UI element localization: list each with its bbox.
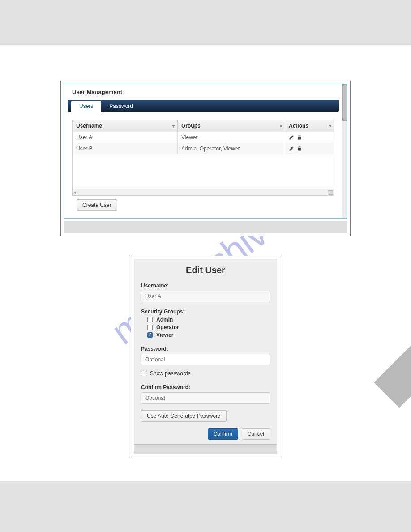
dialog-button-row: Confirm Cancel [141,428,270,440]
screenshot-footer-band [64,221,347,233]
scroll-thumb[interactable] [328,190,333,195]
page-bottom-band [0,481,411,532]
page-top-band [0,0,411,45]
dialog-title: Edit User [141,265,270,275]
confirm-password-field[interactable] [141,392,270,404]
cancel-button[interactable]: Cancel [242,428,270,440]
tab-bar: Users Password [68,100,339,112]
checkbox-viewer[interactable] [147,332,153,338]
col-header-username[interactable]: Username ▾ [73,120,178,132]
page-corner-decoration [374,344,411,408]
grid-empty-area [73,154,334,189]
cell-groups: Admin, Operator, Viewer [178,143,285,154]
table-row[interactable]: User A Viewer [73,132,334,143]
group-operator-row[interactable]: Operator [147,324,270,330]
chevron-down-icon: ▾ [280,124,282,129]
security-groups-label: Security Groups: [141,309,270,315]
cell-username: User A [73,132,178,143]
autogen-password-button[interactable]: Use Auto Generated Password [141,410,227,422]
cell-actions [285,143,334,154]
user-management-screenshot: User Management Users Password Username … [60,81,351,236]
table-row[interactable]: User B Admin, Operator, Viewer [73,143,334,154]
cell-actions [285,132,334,143]
chevron-down-icon: ▾ [172,124,175,129]
username-label: Username: [141,283,270,289]
password-label: Password: [141,346,270,352]
password-field[interactable] [141,354,270,365]
user-grid-wrap: Username ▾ Groups ▾ Actions ▾ User A Vie… [68,112,339,215]
user-grid: Username ▾ Groups ▾ Actions ▾ User A Vie… [72,120,334,196]
checkbox-admin[interactable] [147,317,153,322]
screenshot-footer-band [134,444,277,454]
checkbox-operator[interactable] [147,325,153,330]
col-header-actions-label: Actions [289,123,308,129]
show-passwords-label: Show passwords [150,370,191,377]
pencil-icon[interactable] [289,135,294,140]
col-header-username-label: Username [76,123,102,129]
group-operator-label: Operator [156,324,179,330]
col-header-groups[interactable]: Groups ▾ [178,120,285,132]
tab-password[interactable]: Password [101,101,141,112]
tab-users[interactable]: Users [71,101,101,112]
checkbox-show-passwords[interactable] [141,371,146,376]
group-viewer-label: Viewer [156,332,173,338]
grid-horizontal-scroll[interactable]: ◂ [73,189,334,195]
panel-title: User Management [68,86,343,100]
cell-groups: Viewer [178,132,285,143]
create-user-button[interactable]: Create User [77,199,117,211]
col-header-groups-label: Groups [181,123,201,129]
scroll-left-icon[interactable]: ◂ [73,190,76,195]
username-field[interactable] [141,291,270,302]
trash-icon[interactable] [297,135,302,140]
group-viewer-row[interactable]: Viewer [147,332,270,338]
col-header-actions[interactable]: Actions ▾ [285,120,334,132]
show-passwords-row[interactable]: Show passwords [141,370,270,377]
confirm-password-label: Confirm Password: [141,384,270,390]
group-admin-label: Admin [156,317,173,323]
edit-user-screenshot: Edit User Username: Security Groups: Adm… [131,256,280,457]
cell-username: User B [73,143,178,154]
edit-user-dialog: Edit User Username: Security Groups: Adm… [134,259,277,444]
trash-icon[interactable] [297,146,302,151]
pencil-icon[interactable] [289,146,294,151]
confirm-button[interactable]: Confirm [208,428,238,440]
group-admin-row[interactable]: Admin [147,317,270,323]
chevron-down-icon: ▾ [329,124,331,129]
user-grid-header: Username ▾ Groups ▾ Actions ▾ [73,120,334,132]
user-management-panel: User Management Users Password Username … [64,84,347,219]
scrollbar[interactable] [342,84,347,218]
